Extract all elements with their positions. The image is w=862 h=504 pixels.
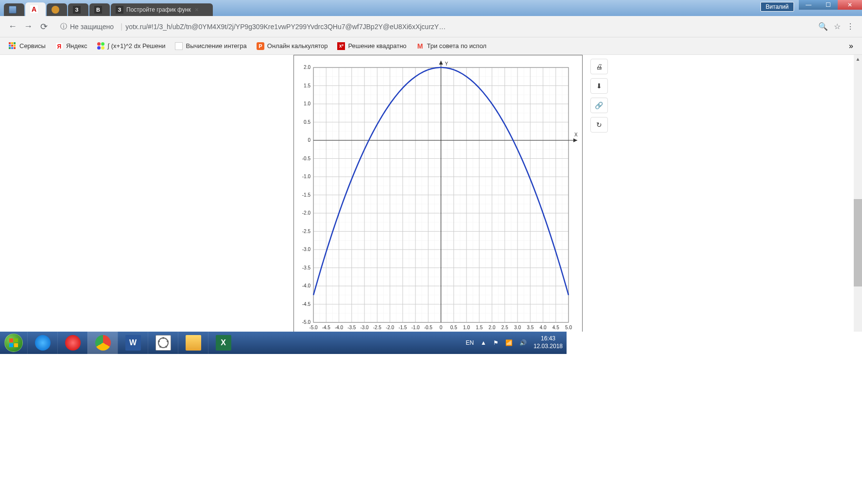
scroll-thumb[interactable] <box>854 199 862 286</box>
address-bar[interactable]: ⓘ Не защищено | yotx.ru/#!1/3_h/ubZ/tn@0… <box>56 19 810 34</box>
windows-logo-icon <box>4 334 23 352</box>
bookmark-yandex[interactable]: Я Яндекс <box>52 40 91 52</box>
taskbar-app-chrome[interactable] <box>87 332 118 354</box>
svg-text:3.5: 3.5 <box>527 325 534 330</box>
app-a-icon: A <box>30 5 38 13</box>
svg-rect-151 <box>9 343 13 347</box>
excel-icon: X <box>216 335 231 351</box>
bookmark-label: Решение квадратно <box>348 42 406 50</box>
info-icon: ⓘ <box>60 22 67 31</box>
taskbar-app-word[interactable]: W <box>118 332 148 354</box>
svg-text:4.0: 4.0 <box>539 325 546 330</box>
svg-text:-2.5: -2.5 <box>302 229 310 234</box>
link-button[interactable]: 🔗 <box>590 98 608 113</box>
toolbar-actions: 🔍 ☆ ⋮ <box>815 22 857 31</box>
bookmark-online-calc[interactable]: P Онлайн калькулятор <box>253 40 332 52</box>
bookmark-integral[interactable]: ∫ (x+1)^2 dx Решени <box>93 40 170 52</box>
clock[interactable]: 16:43 12.03.2018 <box>534 335 563 350</box>
bookmark-calc-integral[interactable]: Вычисление интегра <box>171 40 250 52</box>
geogebra-icon <box>155 335 171 351</box>
print-button[interactable]: 🖨 <box>590 59 608 74</box>
window-titlebar: A З В З Постройте график функ × Виталий … <box>0 0 862 16</box>
word-icon: W <box>125 335 141 351</box>
star-icon[interactable]: ☆ <box>834 22 841 31</box>
x2-icon: x² <box>337 42 345 50</box>
svg-text:2.5: 2.5 <box>501 325 508 330</box>
bookmark-services[interactable]: Сервисы <box>5 40 50 52</box>
b-icon: В <box>94 6 102 14</box>
svg-text:-2.5: -2.5 <box>373 325 381 330</box>
yandex-icon: Я <box>55 42 63 50</box>
svg-text:2.0: 2.0 <box>304 65 310 70</box>
language-indicator[interactable]: EN <box>465 339 474 346</box>
taskbar-app-geogebra[interactable] <box>148 332 178 354</box>
back-button[interactable]: ← <box>5 19 20 34</box>
svg-text:1.5: 1.5 <box>304 83 310 88</box>
svg-text:-3.5: -3.5 <box>347 325 356 330</box>
svg-text:X: X <box>574 132 578 137</box>
tab-3[interactable]: З <box>68 3 88 16</box>
bookmark-quadratic[interactable]: x² Решение квадратно <box>333 40 410 52</box>
reload-button[interactable]: ⟳ <box>36 19 52 34</box>
tab-5[interactable]: З Постройте график функ × <box>111 3 213 16</box>
bookmarks-overflow[interactable]: » <box>845 40 857 52</box>
taskbar-app-excel[interactable]: X <box>208 332 238 354</box>
svg-text:1.0: 1.0 <box>304 101 310 106</box>
close-button[interactable]: ✕ <box>838 0 862 10</box>
volume-icon[interactable]: 🔊 <box>519 339 527 346</box>
svg-rect-149 <box>9 338 13 342</box>
maximize-button[interactable]: ☐ <box>818 0 838 10</box>
reload-chart-button[interactable]: ↻ <box>590 117 608 133</box>
svg-text:0: 0 <box>308 137 310 143</box>
network-icon[interactable]: 📶 <box>505 339 513 346</box>
tab-label: Постройте график функ <box>126 6 191 13</box>
svg-text:-4.0: -4.0 <box>302 283 310 288</box>
menu-icon[interactable]: ⋮ <box>846 22 854 31</box>
bookmark-gmail[interactable]: M Три совета по испол <box>413 40 491 52</box>
windows-taskbar: W X EN ▲ ⚑ 📶 🔊 16:43 12.03.2018 <box>0 332 567 354</box>
svg-point-156 <box>165 346 167 348</box>
svg-text:0.5: 0.5 <box>304 119 310 125</box>
taskbar-app-explorer[interactable] <box>178 332 208 354</box>
taskbar-app-ie[interactable] <box>27 332 57 354</box>
svg-text:3.0: 3.0 <box>514 325 521 330</box>
taskbar-app-opera[interactable] <box>57 332 87 354</box>
start-button[interactable] <box>0 332 27 354</box>
opera-icon <box>65 335 81 351</box>
svg-rect-152 <box>14 343 18 347</box>
svg-text:0: 0 <box>439 325 442 330</box>
bookmark-label: Три совета по испол <box>427 42 487 50</box>
close-icon[interactable]: × <box>195 6 199 14</box>
user-badge[interactable]: Виталий <box>760 2 794 12</box>
forward-button[interactable]: → <box>20 19 36 34</box>
zoom-icon[interactable]: 🔍 <box>818 22 828 31</box>
svg-text:-4.5: -4.5 <box>322 325 330 330</box>
divider: | <box>121 22 122 31</box>
svg-text:-3.5: -3.5 <box>302 265 310 270</box>
date-label: 12.03.2018 <box>534 343 563 351</box>
chart-actions: 🖨 ⬇ 🔗 ↻ <box>590 59 608 332</box>
vertical-scrollbar[interactable]: ▲ <box>854 55 862 332</box>
tab-0[interactable] <box>4 3 24 16</box>
tab-2[interactable] <box>47 3 67 16</box>
window-controls: — ☐ ✕ <box>799 0 862 10</box>
tab-1[interactable]: A <box>25 2 46 16</box>
tab-4[interactable]: В <box>89 3 110 16</box>
scroll-up-icon[interactable]: ▲ <box>854 55 862 63</box>
svg-text:-1.5: -1.5 <box>398 325 407 330</box>
security-status[interactable]: ⓘ Не защищено <box>56 22 118 31</box>
apps-icon <box>9 42 17 50</box>
minimize-button[interactable]: — <box>799 0 818 10</box>
svg-text:-1.5: -1.5 <box>302 192 310 198</box>
bookmark-label: Онлайн калькулятор <box>267 42 328 50</box>
flag-icon[interactable]: ⚑ <box>493 339 499 346</box>
svg-point-158 <box>158 340 160 342</box>
bookmark-label: Вычисление интегра <box>186 42 246 50</box>
security-label: Не защищено <box>70 23 114 31</box>
svg-text:-4.5: -4.5 <box>302 302 310 307</box>
gmail-icon: M <box>416 42 424 50</box>
download-button[interactable]: ⬇ <box>590 78 608 94</box>
svg-text:-0.5: -0.5 <box>424 325 432 330</box>
show-hidden-icon[interactable]: ▲ <box>481 339 486 346</box>
bookmark-label: ∫ (x+1)^2 dx Решени <box>108 42 166 50</box>
